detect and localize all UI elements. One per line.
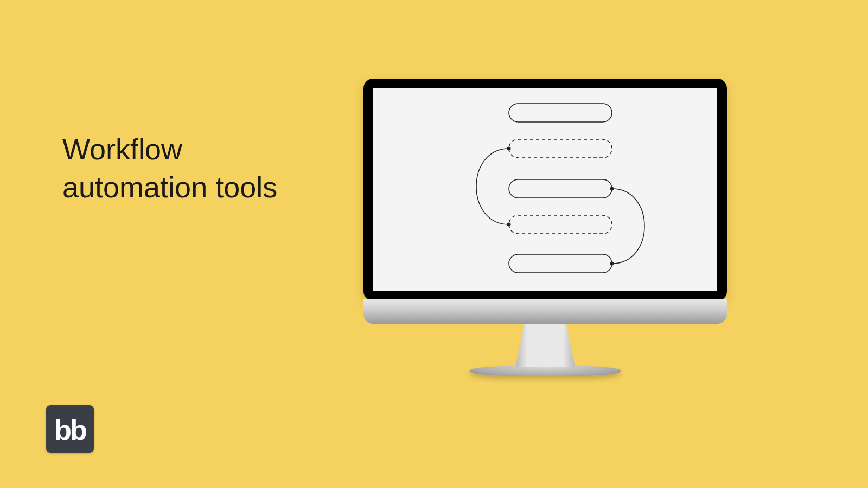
monitor-screen xyxy=(373,88,717,291)
monitor-chin xyxy=(363,299,727,324)
workflow-diagram-icon xyxy=(373,88,717,291)
svg-rect-4 xyxy=(509,254,612,273)
svg-point-8 xyxy=(610,262,614,266)
bb-logo-text: bb xyxy=(54,416,86,444)
svg-rect-1 xyxy=(509,139,612,158)
svg-rect-3 xyxy=(509,215,612,234)
svg-point-7 xyxy=(610,187,614,191)
monitor-illustration xyxy=(363,79,727,376)
svg-rect-2 xyxy=(509,179,612,198)
svg-point-6 xyxy=(507,223,511,227)
page-title: Workflow automation tools xyxy=(62,130,277,206)
svg-point-5 xyxy=(507,147,511,151)
bb-logo: bb xyxy=(46,405,94,453)
svg-rect-0 xyxy=(509,104,612,122)
monitor-neck xyxy=(515,324,575,367)
monitor-foot xyxy=(469,366,621,376)
monitor-bezel xyxy=(363,79,727,301)
